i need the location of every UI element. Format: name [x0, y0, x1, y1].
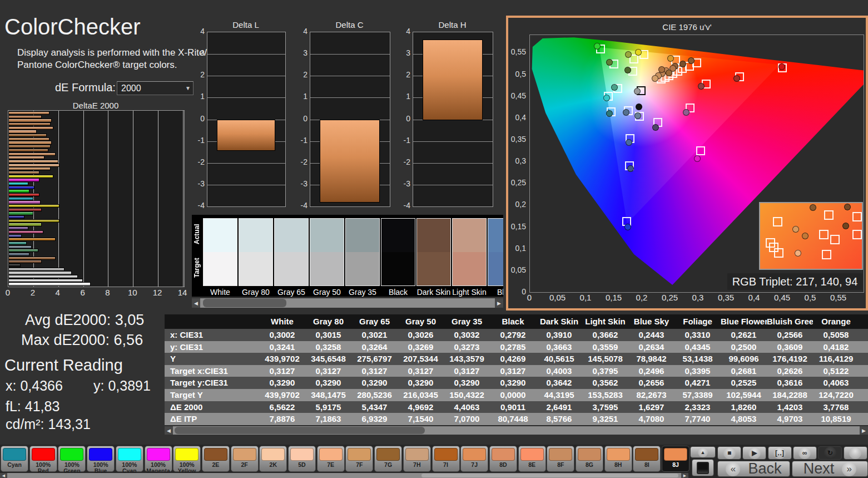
target-square-marker [852, 230, 862, 239]
table-cell: 0,4269 [490, 353, 536, 365]
swatch-target-color [417, 252, 450, 285]
scrollbar-thumb[interactable] [175, 427, 425, 434]
patch-scrollbar[interactable]: ◀ ▶ [0, 473, 688, 478]
axis-tick-label: 0,35 [718, 293, 734, 302]
table-cell: 145,5078 [582, 353, 628, 365]
table-cell: 0,2525 [721, 377, 767, 389]
measured-point-marker [635, 49, 642, 56]
delta-bar [423, 40, 483, 120]
refresh-icon: ↻ [824, 447, 836, 459]
scroll-left-icon[interactable]: ◀ [192, 298, 200, 308]
swatch-actual-color [275, 219, 308, 252]
target-square-marker [773, 217, 782, 226]
table-cell: 0,2785 [490, 341, 536, 353]
cie-plot: RGB Triplet: 217, 140, 94 [529, 35, 864, 293]
gridline [183, 111, 183, 287]
swatch-item: Light Skin [452, 218, 487, 297]
scroll-right-icon[interactable]: ▶ [495, 298, 503, 308]
loop-icon: ∞ [798, 447, 811, 459]
table-cell: 207,5344 [398, 353, 444, 365]
axis-tick-label: 8 [105, 288, 110, 297]
table-cell: 124,7220 [813, 389, 859, 401]
deltae-bar [8, 208, 42, 211]
measured-point-marker [842, 223, 849, 229]
table-cell: 7,0700 [444, 413, 490, 425]
loop-button[interactable]: ∞ [793, 446, 817, 460]
scroll-left-icon[interactable]: ◀ [165, 426, 173, 435]
axis-tick-label: 0 [394, 114, 410, 123]
table-cell: 0,3241 [259, 341, 305, 353]
axis-tick-label: 0,1 [509, 244, 526, 253]
scroll-right-icon[interactable]: ▶ [860, 426, 868, 435]
axis-tick-label: 0,25 [509, 178, 526, 187]
table-cell: 153,5283 [582, 389, 628, 401]
de-formula-dropdown[interactable]: 2000 ▼ [117, 81, 194, 95]
axis-tick-label: 6 [80, 288, 85, 297]
measured-point-marker [679, 61, 686, 67]
gridline [108, 111, 108, 287]
table-cell: 1,6297 [628, 401, 674, 413]
back-label: Back [748, 460, 781, 477]
table-cell: 0,2621 [721, 329, 767, 341]
deltae-bar [8, 175, 53, 178]
axis-tick-label: 14 [178, 288, 187, 297]
deltae-bar [8, 182, 28, 185]
swatch-item: White [203, 218, 237, 297]
scrollbar-thumb[interactable] [203, 299, 286, 307]
axis-tick-label: 10 [128, 288, 137, 297]
axis-tick-label: 0 [6, 288, 10, 297]
table-cell: 0,3290 [259, 377, 305, 389]
description-line1: Display analysis is performed with the X… [17, 47, 207, 59]
next-button[interactable]: Next » [792, 461, 868, 477]
table-cell: 0,3795 [582, 365, 628, 377]
axis-tick-label: -4 [188, 201, 205, 210]
deltae-bar [8, 249, 38, 252]
axis-tick-label: 0,15 [509, 222, 526, 231]
target-row-label: Target [193, 253, 201, 283]
table-cell: 0,5122 [813, 365, 859, 377]
delta-chart-title: Delta C [310, 20, 389, 29]
swatch-item: Gray 35 [345, 218, 380, 297]
current-fl: fL: 41,83 [6, 398, 59, 415]
deltae-bar [8, 137, 49, 141]
table-cell: 3,7595 [582, 401, 628, 413]
scroll-right-icon[interactable]: ▶ [681, 473, 688, 478]
table-cell: 0,3127 [351, 365, 398, 377]
table-scrollbar[interactable]: ◀ ▶ [165, 426, 868, 435]
blank-button[interactable] [844, 446, 867, 460]
swatch-colors [274, 218, 309, 286]
swatch-label: Light Skin [452, 288, 487, 297]
play-button[interactable]: ▶ [742, 446, 766, 460]
swatch-target-color [275, 252, 308, 285]
page-title: ColorChecker [4, 14, 141, 40]
table-cell: 57,3389 [674, 389, 721, 401]
stop-button[interactable]: ■ [717, 446, 741, 460]
swatch-scrollbar[interactable]: ◀ ▶ [192, 298, 503, 308]
table-cell: 0,2566 [767, 329, 813, 341]
swatch-actual-color [204, 219, 237, 252]
deltae-bar [8, 156, 44, 159]
scrollbar-thumb[interactable] [421, 474, 678, 477]
measurement-table: WhiteGray 80Gray 65Gray 50Gray 35BlackDa… [165, 314, 868, 426]
axis-tick-label: 0 [291, 114, 307, 123]
refresh-button[interactable]: ↻ [818, 446, 842, 460]
table-column-header: Light Skin [582, 314, 628, 329]
stop-icon: ■ [723, 447, 736, 459]
table-cell: 80,7448 [490, 413, 536, 425]
table-cell: 0,3015 [305, 329, 351, 341]
scroll-left-icon[interactable]: ◀ [0, 473, 7, 478]
table-column-header: Black [490, 314, 536, 329]
table-cell: 7,1540 [398, 413, 444, 425]
step-button[interactable]: [‥] [768, 446, 792, 460]
blank-icon [849, 447, 861, 459]
deltae-bar [8, 219, 59, 223]
back-button[interactable]: « Back [717, 461, 790, 477]
table-cell: 0,9011 [490, 401, 536, 413]
deltae-bar [8, 193, 39, 196]
deltae-bar [8, 197, 33, 200]
table-cell: 439,9702 [259, 389, 305, 401]
deltae-chart-title: DeltaE 2000 [8, 101, 183, 110]
swatch-actual-color [310, 219, 344, 252]
gridline [310, 76, 390, 76]
table-cell: 6,9329 [351, 413, 398, 425]
